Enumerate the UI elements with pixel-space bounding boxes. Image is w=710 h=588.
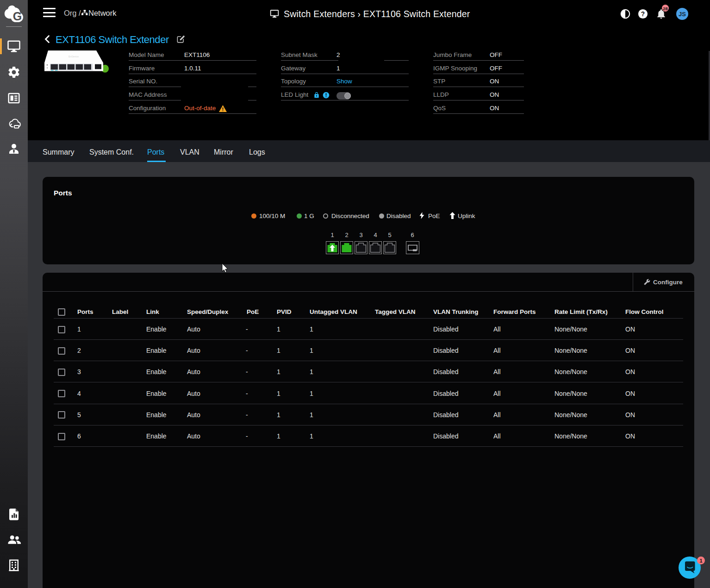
svg-text:G: G [13,10,22,23]
svg-text:EnGenius: EnGenius [69,55,79,58]
svg-text:?: ? [641,11,645,18]
